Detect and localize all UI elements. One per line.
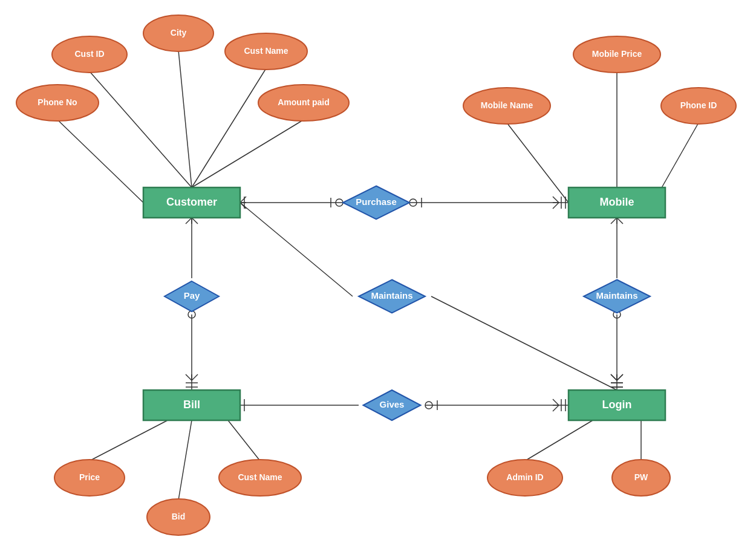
- er-diagram: [0, 0, 756, 557]
